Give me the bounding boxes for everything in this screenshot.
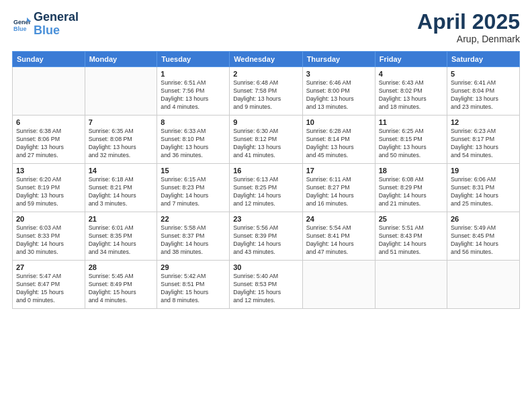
logo: General Blue General Blue [12, 11, 79, 38]
calendar-cell: 16Sunrise: 6:13 AM Sunset: 8:25 PM Dayli… [230, 164, 303, 212]
calendar-cell: 23Sunrise: 5:56 AM Sunset: 8:39 PM Dayli… [230, 212, 303, 261]
cell-day-number: 23 [233, 215, 299, 223]
calendar-table: SundayMondayTuesdayWednesdayThursdayFrid… [12, 51, 520, 309]
calendar-cell [85, 67, 157, 116]
cell-day-number: 29 [161, 263, 226, 271]
cell-day-number: 4 [379, 70, 443, 78]
cell-day-number: 21 [89, 215, 154, 223]
calendar-cell: 25Sunrise: 5:51 AM Sunset: 8:43 PM Dayli… [375, 212, 447, 261]
calendar-cell: 28Sunrise: 5:45 AM Sunset: 8:49 PM Dayli… [85, 261, 157, 309]
calendar-cell: 11Sunrise: 6:25 AM Sunset: 8:15 PM Dayli… [375, 116, 447, 164]
cell-day-number: 2 [233, 70, 299, 78]
cell-day-number: 18 [379, 167, 443, 175]
cell-info: Sunrise: 5:42 AM Sunset: 8:51 PM Dayligh… [161, 273, 226, 305]
calendar-cell: 13Sunrise: 6:20 AM Sunset: 8:19 PM Dayli… [13, 164, 85, 212]
cell-info: Sunrise: 6:28 AM Sunset: 8:14 PM Dayligh… [306, 128, 371, 160]
calendar-cell: 12Sunrise: 6:23 AM Sunset: 8:17 PM Dayli… [447, 116, 520, 164]
cell-info: Sunrise: 6:38 AM Sunset: 8:06 PM Dayligh… [16, 128, 81, 160]
cell-day-number: 25 [379, 215, 443, 223]
cell-info: Sunrise: 5:40 AM Sunset: 8:53 PM Dayligh… [233, 273, 299, 305]
cell-day-number: 22 [161, 215, 226, 223]
cell-info: Sunrise: 6:01 AM Sunset: 8:35 PM Dayligh… [89, 224, 154, 257]
calendar-week-5: 27Sunrise: 5:47 AM Sunset: 8:47 PM Dayli… [13, 261, 520, 309]
cell-info: Sunrise: 6:25 AM Sunset: 8:15 PM Dayligh… [379, 128, 443, 160]
cell-info: Sunrise: 5:56 AM Sunset: 8:39 PM Dayligh… [233, 224, 299, 257]
day-header-saturday: Saturday [447, 52, 520, 67]
cell-day-number: 13 [16, 167, 81, 175]
cell-info: Sunrise: 6:41 AM Sunset: 8:04 PM Dayligh… [451, 79, 516, 111]
cell-info: Sunrise: 6:11 AM Sunset: 8:27 PM Dayligh… [306, 176, 371, 208]
cell-day-number: 19 [451, 167, 516, 175]
cell-info: Sunrise: 6:08 AM Sunset: 8:29 PM Dayligh… [379, 176, 443, 208]
calendar-cell [13, 67, 85, 116]
logo-icon: General Blue [12, 15, 31, 34]
calendar-week-1: 1Sunrise: 6:51 AM Sunset: 7:56 PM Daylig… [13, 67, 520, 116]
cell-day-number: 26 [451, 215, 516, 223]
calendar-cell: 4Sunrise: 6:43 AM Sunset: 8:02 PM Daylig… [375, 67, 447, 116]
cell-info: Sunrise: 6:03 AM Sunset: 8:33 PM Dayligh… [16, 224, 81, 257]
cell-day-number: 12 [451, 118, 516, 126]
calendar-cell [447, 261, 520, 309]
calendar-cell: 17Sunrise: 6:11 AM Sunset: 8:27 PM Dayli… [302, 164, 375, 212]
calendar-cell: 9Sunrise: 6:30 AM Sunset: 8:12 PM Daylig… [230, 116, 303, 164]
calendar-cell: 10Sunrise: 6:28 AM Sunset: 8:14 PM Dayli… [302, 116, 375, 164]
cell-info: Sunrise: 6:48 AM Sunset: 7:58 PM Dayligh… [233, 79, 299, 111]
cell-day-number: 9 [233, 118, 299, 126]
cell-info: Sunrise: 5:49 AM Sunset: 8:45 PM Dayligh… [451, 224, 516, 257]
calendar-week-2: 6Sunrise: 6:38 AM Sunset: 8:06 PM Daylig… [13, 116, 520, 164]
logo-text: General Blue [34, 11, 79, 38]
cell-day-number: 14 [89, 167, 154, 175]
cell-info: Sunrise: 6:30 AM Sunset: 8:12 PM Dayligh… [233, 128, 299, 160]
cell-info: Sunrise: 6:20 AM Sunset: 8:19 PM Dayligh… [16, 176, 81, 208]
calendar-cell: 8Sunrise: 6:33 AM Sunset: 8:10 PM Daylig… [157, 116, 230, 164]
cell-info: Sunrise: 5:58 AM Sunset: 8:37 PM Dayligh… [161, 224, 226, 257]
cell-day-number: 5 [451, 70, 516, 78]
cell-day-number: 16 [233, 167, 299, 175]
calendar-cell: 30Sunrise: 5:40 AM Sunset: 8:53 PM Dayli… [230, 261, 303, 309]
day-header-friday: Friday [375, 52, 447, 67]
cell-day-number: 3 [306, 70, 371, 78]
day-header-thursday: Thursday [302, 52, 375, 67]
calendar-cell: 26Sunrise: 5:49 AM Sunset: 8:45 PM Dayli… [447, 212, 520, 261]
cell-info: Sunrise: 6:23 AM Sunset: 8:17 PM Dayligh… [451, 128, 516, 160]
location: Arup, Denmark [417, 34, 520, 44]
cell-day-number: 20 [16, 215, 81, 223]
cell-info: Sunrise: 6:18 AM Sunset: 8:21 PM Dayligh… [89, 176, 154, 208]
cell-info: Sunrise: 5:54 AM Sunset: 8:41 PM Dayligh… [306, 224, 371, 257]
svg-text:Blue: Blue [13, 26, 27, 32]
calendar-cell: 24Sunrise: 5:54 AM Sunset: 8:41 PM Dayli… [302, 212, 375, 261]
calendar-cell: 22Sunrise: 5:58 AM Sunset: 8:37 PM Dayli… [157, 212, 230, 261]
header: General Blue General Blue April 2025 Aru… [12, 11, 520, 44]
cell-info: Sunrise: 6:33 AM Sunset: 8:10 PM Dayligh… [161, 128, 226, 160]
cell-day-number: 17 [306, 167, 371, 175]
cell-day-number: 7 [89, 118, 154, 126]
cell-info: Sunrise: 5:45 AM Sunset: 8:49 PM Dayligh… [89, 273, 154, 305]
cell-info: Sunrise: 6:46 AM Sunset: 8:00 PM Dayligh… [306, 79, 371, 111]
calendar-cell: 29Sunrise: 5:42 AM Sunset: 8:51 PM Dayli… [157, 261, 230, 309]
calendar-cell [302, 261, 375, 309]
calendar-cell: 27Sunrise: 5:47 AM Sunset: 8:47 PM Dayli… [13, 261, 85, 309]
calendar-cell: 5Sunrise: 6:41 AM Sunset: 8:04 PM Daylig… [447, 67, 520, 116]
calendar-header-row: SundayMondayTuesdayWednesdayThursdayFrid… [13, 52, 520, 67]
calendar-week-4: 20Sunrise: 6:03 AM Sunset: 8:33 PM Dayli… [13, 212, 520, 261]
cell-info: Sunrise: 6:15 AM Sunset: 8:23 PM Dayligh… [161, 176, 226, 208]
cell-day-number: 6 [16, 118, 81, 126]
cell-info: Sunrise: 5:47 AM Sunset: 8:47 PM Dayligh… [16, 273, 81, 305]
calendar-cell: 7Sunrise: 6:35 AM Sunset: 8:08 PM Daylig… [85, 116, 157, 164]
calendar-cell: 19Sunrise: 6:06 AM Sunset: 8:31 PM Dayli… [447, 164, 520, 212]
calendar-cell: 14Sunrise: 6:18 AM Sunset: 8:21 PM Dayli… [85, 164, 157, 212]
calendar-cell: 1Sunrise: 6:51 AM Sunset: 7:56 PM Daylig… [157, 67, 230, 116]
cell-day-number: 15 [161, 167, 226, 175]
day-header-monday: Monday [85, 52, 157, 67]
cell-info: Sunrise: 5:51 AM Sunset: 8:43 PM Dayligh… [379, 224, 443, 257]
cell-info: Sunrise: 6:51 AM Sunset: 7:56 PM Dayligh… [161, 79, 226, 111]
calendar-cell: 6Sunrise: 6:38 AM Sunset: 8:06 PM Daylig… [13, 116, 85, 164]
month-title: April 2025 [417, 11, 520, 32]
cell-info: Sunrise: 6:35 AM Sunset: 8:08 PM Dayligh… [89, 128, 154, 160]
cell-day-number: 11 [379, 118, 443, 126]
cell-day-number: 27 [16, 263, 81, 271]
calendar-cell: 15Sunrise: 6:15 AM Sunset: 8:23 PM Dayli… [157, 164, 230, 212]
calendar-cell [375, 261, 447, 309]
calendar-cell: 2Sunrise: 6:48 AM Sunset: 7:58 PM Daylig… [230, 67, 303, 116]
cell-info: Sunrise: 6:13 AM Sunset: 8:25 PM Dayligh… [233, 176, 299, 208]
